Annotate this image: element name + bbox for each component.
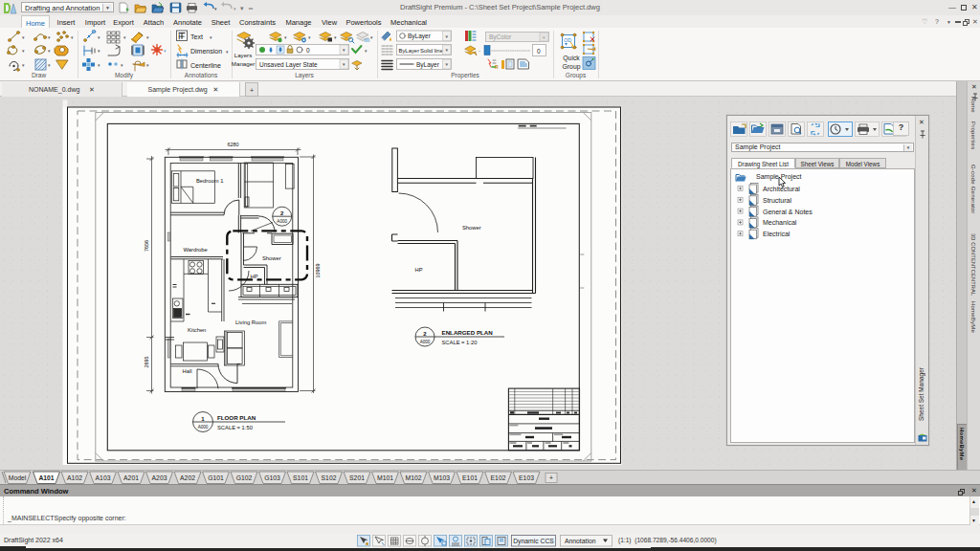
svg-text:HP: HP [251,274,258,279]
svg-text:Quick: Quick [563,55,580,62]
svg-text:▾: ▾ [214,6,217,11]
svg-text:▼: ▼ [445,34,449,39]
svg-text:E102: E102 [491,474,506,481]
svg-text:Bedroom 1: Bedroom 1 [196,178,223,184]
svg-text:Mechanical: Mechanical [763,219,797,226]
svg-text:▾: ▾ [71,34,74,40]
svg-text:+: + [549,474,553,481]
svg-text:R: R [495,64,499,70]
svg-text:Unsaved Layer State: Unsaved Layer State [259,61,318,69]
svg-text:A000: A000 [420,340,431,344]
svg-text:Text: Text [190,33,203,40]
svg-text:▾: ▾ [365,48,368,54]
svg-text:▼: ▼ [445,48,449,53]
svg-text:▾: ▾ [240,5,244,11]
svg-text:▼: ▼ [542,35,546,40]
svg-text:Model: Model [9,474,27,481]
svg-text:ByLayer: ByLayer [408,33,432,40]
svg-text:Dynamic CCS: Dynamic CCS [513,538,554,545]
svg-text:Solid line: Solid line [420,48,444,54]
svg-text:A201: A201 [123,474,139,481]
svg-text:7656: 7656 [144,240,149,252]
svg-text:▾: ▾ [98,48,100,54]
svg-text:Dimension: Dimension [190,48,222,55]
svg-text:Annotation: Annotation [565,538,596,544]
svg-text:▼: ▼ [445,62,449,67]
svg-text:A101: A101 [38,474,54,481]
svg-text:Hall: Hall [183,368,192,374]
svg-text:▾: ▾ [146,62,149,68]
svg-text:Manager: Manager [232,60,255,67]
svg-text:▾: ▾ [234,6,236,11]
svg-text:▾: ▾ [146,34,149,40]
svg-text:▾: ▾ [164,48,167,54]
svg-text:SCALE = 1:20: SCALE = 1:20 [442,340,478,345]
svg-text:G102: G102 [236,474,253,481]
svg-text:G101: G101 [208,474,224,481]
svg-text:▾: ▾ [226,49,229,55]
svg-text:Wardrobe: Wardrobe [184,247,208,253]
svg-text:Architectural: Architectural [763,186,800,192]
svg-text:ByLayer: ByLayer [399,48,420,54]
svg-text:Shower: Shower [262,255,281,261]
svg-text:▾: ▾ [48,34,51,40]
svg-text:▾: ▾ [210,34,212,40]
svg-text:A000: A000 [277,219,287,224]
svg-text:-: - [479,48,480,54]
svg-text:▼: ▼ [342,62,345,67]
svg-text:▾: ▾ [48,48,51,54]
svg-text:A202: A202 [180,474,195,481]
svg-text:▾: ▾ [308,34,311,40]
svg-text:A000: A000 [198,425,209,430]
svg-text:SCALE = 1:50: SCALE = 1:50 [217,425,253,430]
svg-text:▾: ▾ [98,34,100,40]
svg-text:S201: S201 [349,474,365,481]
svg-text:Structural: Structural [763,197,791,204]
svg-text:ByColor: ByColor [489,33,512,41]
svg-text:▾: ▾ [121,62,123,68]
svg-text:10969: 10969 [315,264,321,278]
svg-text:E103: E103 [519,474,534,481]
svg-text:A102: A102 [67,474,82,481]
svg-text:M103: M103 [434,474,450,481]
svg-text:A203: A203 [152,474,167,481]
svg-text:ByLayer: ByLayer [416,61,440,69]
svg-text:▾: ▾ [98,62,100,68]
svg-text:▾: ▾ [22,48,25,54]
svg-text:▾: ▾ [370,34,373,40]
svg-text:M102: M102 [405,474,421,481]
svg-text:▾: ▾ [123,34,126,40]
svg-text:6280: 6280 [228,142,239,147]
svg-text:Centerline: Centerline [190,62,221,69]
svg-text:Electrical: Electrical [763,231,791,237]
svg-text:G103: G103 [264,474,280,481]
svg-text:A103: A103 [96,474,111,481]
svg-text:Living Room: Living Room [235,320,266,325]
svg-text:S102: S102 [322,474,337,481]
svg-text:▾: ▾ [22,34,25,40]
svg-text:S101: S101 [293,474,308,481]
svg-text:≂: ≂ [248,5,254,11]
svg-text:ENLARGED PLAN: ENLARGED PLAN [442,329,494,336]
svg-text:0: 0 [537,48,541,55]
svg-text:Shower: Shower [462,225,481,231]
svg-text:E101: E101 [462,474,478,481]
svg-text:Kitchen: Kitchen [188,327,206,333]
svg-text:▼: ▼ [342,48,345,53]
svg-text:2695: 2695 [144,357,149,368]
svg-text:▾: ▾ [48,62,51,68]
svg-text:General & Notes: General & Notes [763,209,813,215]
svg-text:0: 0 [306,47,310,54]
svg-text:▾: ▾ [22,62,25,68]
svg-text:HP: HP [415,267,423,273]
svg-text:FLOOR PLAN: FLOOR PLAN [217,414,256,421]
svg-text:▾: ▾ [334,34,337,40]
svg-text:Layers: Layers [234,52,253,58]
svg-text:M101: M101 [377,474,393,481]
svg-text:▾: ▾ [284,34,287,40]
svg-text:Group: Group [563,63,581,71]
